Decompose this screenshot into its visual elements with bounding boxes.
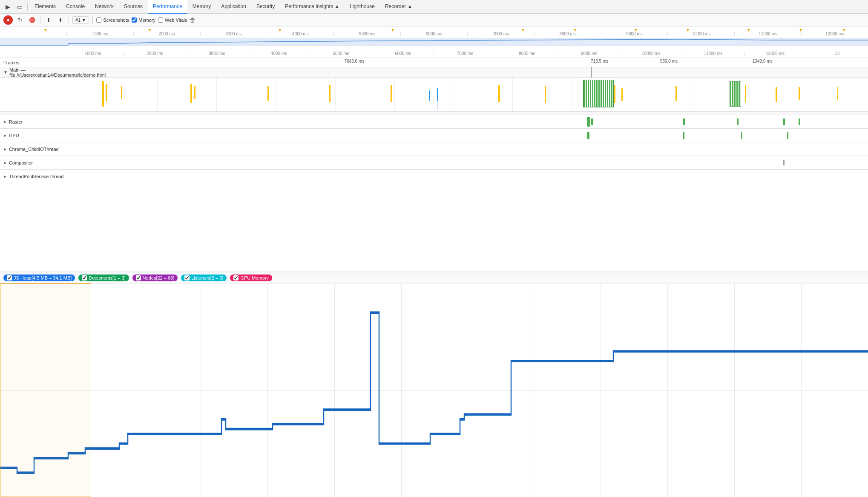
- ruler-marks-top: 1000 ms 2000 ms 3000 ms 4000 ms 5000 ms …: [0, 26, 868, 38]
- listeners-label: Listeners[2 – 6]: [191, 275, 223, 280]
- raster-data: [98, 115, 868, 129]
- heap-graph-svg: [0, 283, 868, 497]
- capture-arrow: ▼: [81, 17, 86, 23]
- toolbar-sep-1: [40, 16, 40, 24]
- cursor-icon[interactable]: ▶: [2, 1, 14, 13]
- detail-mark-10: 10000 ms: [620, 51, 682, 56]
- chrome-child-label-text: Chrome_ChildIOThread: [9, 147, 59, 152]
- ruler-mark-6: 6000 ms: [400, 32, 467, 36]
- tab-lighthouse[interactable]: Lighthouse: [345, 0, 380, 14]
- capture-select[interactable]: #1 ▼: [72, 16, 89, 24]
- screenshots-checkbox[interactable]: [96, 17, 101, 23]
- main-thread-canvas: [98, 78, 868, 111]
- record-button[interactable]: ●: [3, 15, 13, 25]
- upload-button[interactable]: ⬆: [44, 15, 53, 25]
- devtools-tab-bar: ▶ ▭ Elements Console Network Sources Per…: [0, 0, 868, 14]
- memory-toggle[interactable]: Memory: [132, 17, 155, 23]
- tab-network[interactable]: Network: [90, 0, 119, 14]
- webvitals-toggle[interactable]: Web Vitals: [158, 17, 187, 23]
- main-thread-section: ▼ Main — file:///Users/xietian14/Documen…: [0, 67, 868, 112]
- gpu-label: ► GPU: [0, 133, 98, 138]
- tab-memory[interactable]: Memory: [187, 0, 216, 14]
- ruler-mark-10: 10000 ms: [667, 32, 734, 36]
- toolbar-sep-2: [69, 16, 69, 24]
- threadpool-label-text: ThreadPoolServiceThread: [9, 174, 63, 179]
- download-button[interactable]: ⬇: [56, 15, 65, 25]
- detail-ruler-marks: 1000 ms 2000 ms 3000 ms 4000 ms 5000 ms …: [0, 46, 868, 58]
- track-gpu[interactable]: ► GPU: [0, 129, 868, 142]
- documents-checkbox[interactable]: [82, 275, 87, 280]
- track-chrome-child[interactable]: ► Chrome_ChildIOThread: [0, 142, 868, 156]
- memory-checkbox[interactable]: [132, 17, 137, 23]
- track-raster[interactable]: ► Raster: [0, 115, 868, 129]
- memory-label: Memory: [138, 17, 155, 23]
- gpu-data: [98, 129, 868, 142]
- listeners-chip[interactable]: Listeners[2 – 6]: [181, 275, 227, 281]
- jsheap-checkbox[interactable]: [7, 275, 12, 280]
- tab-sources[interactable]: Sources: [119, 0, 148, 14]
- frames-label: Frames: [0, 60, 98, 65]
- memory-chips-bar: JS Heap[4.5 MB – 34.1 MB] Documents[1 – …: [0, 272, 868, 283]
- detail-mark-7: 7000 ms: [434, 51, 496, 56]
- main-thread-header-data: [98, 67, 868, 78]
- nodes-label: Nodes[22 – 68]: [143, 275, 175, 280]
- ruler-mark-7: 7000 ms: [467, 32, 534, 36]
- threadpool-expand-icon[interactable]: ►: [3, 174, 7, 179]
- detail-mark-12: 12000 ms: [744, 51, 806, 56]
- tab-recorder[interactable]: Recorder ▲: [380, 0, 418, 14]
- responsive-icon[interactable]: ▭: [14, 1, 26, 13]
- nodes-chip[interactable]: Nodes[22 – 68]: [132, 275, 178, 281]
- chrome-child-label: ► Chrome_ChildIOThread: [0, 147, 98, 152]
- gpu-label-text: GPU: [9, 133, 19, 138]
- tab-application[interactable]: Application: [216, 0, 251, 14]
- clear-button[interactable]: 🗑: [190, 17, 195, 23]
- stop-button[interactable]: ⛔: [27, 15, 37, 25]
- detail-mark-1: 1000 ms: [62, 51, 124, 56]
- ruler-mark-9: 9000 ms: [601, 32, 668, 36]
- detail-mark-13: 13: [806, 51, 868, 56]
- detail-mark-6: 6000 ms: [372, 51, 434, 56]
- jsheap-chip[interactable]: JS Heap[4.5 MB – 34.1 MB]: [3, 275, 75, 281]
- raster-label-text: Raster: [9, 119, 23, 124]
- documents-label: Documents[1 – 3]: [89, 275, 125, 280]
- frames-row: Frames 7683.0 ms 713.5 ms 950.0 ms 1349.…: [0, 58, 868, 67]
- tab-performance[interactable]: Performance: [148, 0, 187, 14]
- tab-separator-1: [27, 3, 28, 11]
- raster-label: ► Raster: [0, 119, 98, 124]
- ruler-mark-1: 1000 ms: [66, 32, 133, 36]
- timeline-layout: 1000 ms 2000 ms 3000 ms 4000 ms 5000 ms …: [0, 26, 868, 497]
- gpumemory-checkbox[interactable]: [233, 275, 239, 280]
- ruler-mark-3: 3000 ms: [200, 32, 267, 36]
- detail-mark-5: 5000 ms: [310, 51, 372, 56]
- detail-mark-11: 11000 ms: [682, 51, 744, 56]
- chrome-child-expand-icon[interactable]: ►: [3, 147, 7, 151]
- reload-button[interactable]: ↻: [15, 15, 25, 25]
- compositor-expand-icon[interactable]: ►: [3, 161, 7, 165]
- listeners-checkbox[interactable]: [184, 275, 190, 280]
- documents-chip[interactable]: Documents[1 – 3]: [78, 275, 129, 281]
- tab-performance-insights[interactable]: Performance insights ▲: [280, 0, 345, 14]
- main-thread-row: [0, 78, 868, 112]
- tab-console[interactable]: Console: [61, 0, 90, 14]
- screenshots-toggle[interactable]: Screenshots: [96, 17, 129, 23]
- ruler-mark-5: 5000 ms: [333, 32, 400, 36]
- ruler-mark-8: 8000 ms: [534, 32, 601, 36]
- top-ruler: 1000 ms 2000 ms 3000 ms 4000 ms 5000 ms …: [0, 26, 868, 38]
- overview-strip: [0, 38, 868, 46]
- raster-expand-icon[interactable]: ►: [3, 120, 7, 124]
- overview-graph-svg: [0, 38, 868, 46]
- track-threadpool[interactable]: ► ThreadPoolServiceThread: [0, 170, 868, 183]
- gpumemory-chip[interactable]: GPU Memory: [230, 275, 272, 281]
- jsheap-label: JS Heap[4.5 MB – 34.1 MB]: [14, 275, 72, 280]
- gpu-expand-icon[interactable]: ►: [3, 133, 7, 138]
- tracks-container: Frames 7683.0 ms 713.5 ms 950.0 ms 1349.…: [0, 58, 868, 272]
- tab-elements[interactable]: Elements: [29, 0, 61, 14]
- track-compositor[interactable]: ► Compositor: [0, 156, 868, 170]
- main-thread-header[interactable]: ▼ Main — file:///Users/xietian14/Documen…: [0, 67, 868, 78]
- tab-security[interactable]: Security: [251, 0, 280, 14]
- webvitals-checkbox[interactable]: [158, 17, 163, 23]
- frame-time-3: 950.0 ms: [660, 59, 678, 64]
- overview-area: 1000 ms 2000 ms 3000 ms 4000 ms 5000 ms …: [0, 26, 868, 46]
- screenshots-label: Screenshots: [103, 17, 129, 23]
- nodes-checkbox[interactable]: [136, 275, 141, 280]
